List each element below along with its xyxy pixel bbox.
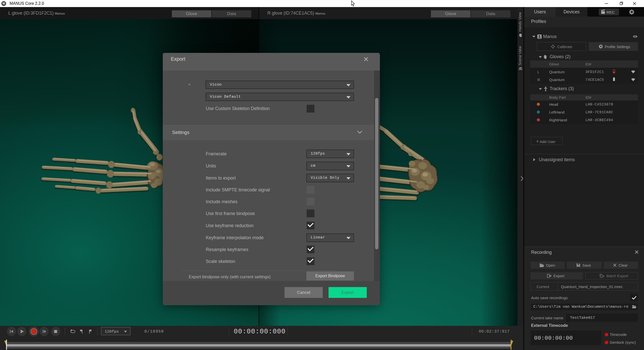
svg-text:M: M: [3, 2, 5, 5]
svg-text:REC: REC: [607, 10, 615, 14]
svg-text:120fps: 120fps: [105, 329, 119, 334]
